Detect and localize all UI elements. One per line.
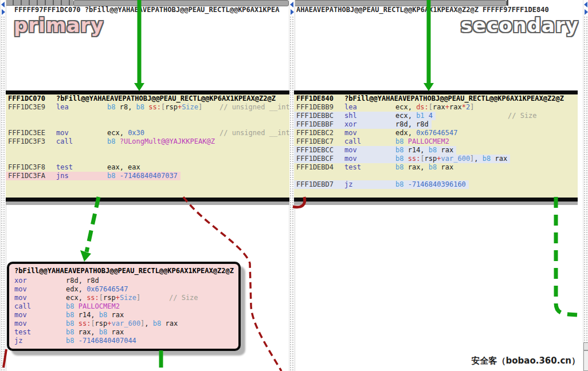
- scroll-right-icon[interactable]: [585, 9, 588, 15]
- operands: b8 r14, b8 rax: [395, 146, 453, 154]
- operands: b8 PALLOCMEM2: [395, 137, 449, 145]
- scroll-strip-buttons[interactable]: [1, 0, 6, 15]
- asm-row[interactable]: FFF1DEBC2movedx, 0x67646547: [294, 129, 460, 137]
- asm-row[interactable]: FFF1DC3EEmovecx, 0x30// unsigned __int3: [6, 129, 147, 137]
- address: FFF1DEBD7: [296, 180, 344, 189]
- asm-blank-row: [6, 189, 11, 198]
- address: FFF1DEBBC: [296, 112, 344, 120]
- block-bar-shadow: [6, 202, 289, 205]
- primary-horizontal-scrollbar[interactable]: [6, 0, 289, 6]
- mnemonic: mov: [14, 319, 66, 328]
- operands: r8d, r8d: [395, 120, 429, 128]
- secondary-disassembly-rows: FFF1DE840?bFill@@YAHAEAVEPATHOBJ@@PEAU_R…: [294, 94, 578, 198]
- operands: b8 ss:[rsp+var_600], b8 rax: [395, 155, 507, 163]
- asm-blank-row: [6, 146, 11, 155]
- mnemonic: call: [14, 302, 66, 311]
- operands: b8 PALLOCMEM2: [66, 302, 120, 310]
- asm-row[interactable]: FFF1DEBC7callb8 PALLOCMEM2: [294, 137, 452, 146]
- operands: ecx, ds:[rax+rax*2]: [395, 103, 474, 111]
- block-bottom-bar: [6, 198, 289, 202]
- asm-blank-row: [6, 120, 11, 129]
- function-name: ?bFill@@YAHAEAVEPATHOBJ@@PEAU_RECTL@@KP6…: [14, 267, 234, 275]
- asm-row[interactable]: FFF1DEBBCshlecx, b1 4// Size: [294, 112, 436, 120]
- scroll-right-icon[interactable]: [291, 9, 294, 15]
- secondary-horizontal-scrollbar[interactable]: [294, 0, 583, 6]
- asm-row[interactable]: FFF1DEBBFxorr8d, r8d: [294, 120, 432, 129]
- address: FFF1DEBC2: [296, 129, 344, 137]
- asm-row[interactable]: movb8 r14, b8 rax: [9, 311, 127, 319]
- asm-row[interactable]: FFF1DC3E9leab8 r8, b8 ss:[rsp+Size]// un…: [6, 103, 205, 112]
- asm-row[interactable]: callb8 PALLOCMEM2: [9, 302, 123, 311]
- asm-row[interactable]: FFF1DC3F3callb8 ?ULongMult@@YAJKKPEAK@Z: [6, 137, 218, 146]
- function-name: ?bFill@@YAHAEAVEPATHOBJ@@PEAU_RECTL@@KP6…: [344, 94, 564, 102]
- mnemonic: shl: [344, 112, 395, 120]
- function-name: ?bFill@@YAHAEAVEPATHOBJ@@PEAU_RECTL@@KP6…: [56, 94, 276, 102]
- asm-row[interactable]: movecx, ss:[rsp+Size]// Size: [9, 294, 143, 302]
- comment: // Size: [169, 294, 198, 302]
- block-bar-shadow: [294, 202, 578, 205]
- asm-header-row[interactable]: FFF1DC070?bFill@@YAHAEAVEPATHOBJ@@PEAU_R…: [6, 94, 279, 103]
- address: FFF1DC3F3: [8, 137, 56, 146]
- mnemonic: jz: [344, 180, 395, 189]
- mnemonic: call: [56, 137, 107, 146]
- secondary-true-branch-edge: [556, 197, 577, 315]
- scroll-left-icon[interactable]: [1, 2, 5, 7]
- operands: b8 -7146840407037: [107, 172, 178, 180]
- operands: b8 r8, b8 ss:[rsp+Size]: [107, 103, 202, 111]
- block-top-bar: [6, 90, 289, 94]
- asm-blank-row: [6, 155, 11, 163]
- mnemonic: test: [344, 163, 395, 172]
- primary-disassembly-rows: FFF1DC070?bFill@@YAHAEAVEPATHOBJ@@PEAU_R…: [6, 94, 289, 198]
- scroll-left-icon[interactable]: [584, 2, 587, 7]
- mnemonic: xor: [344, 120, 395, 129]
- scrollbar-segments[interactable]: [6, 0, 73, 6]
- secondary-basic-block[interactable]: FFF1DE840?bFill@@YAHAEAVEPATHOBJ@@PEAU_R…: [294, 90, 578, 205]
- block-top-bar: [294, 90, 578, 94]
- operands: ecx, 0x30: [107, 129, 144, 137]
- asm-blank-row: [294, 172, 299, 180]
- operands: b8 -7146840407044: [66, 337, 136, 345]
- asm-row[interactable]: FFF1DEBCFmovb8 ss:[rsp+var_600], b8 rax: [294, 155, 510, 163]
- mnemonic: mov: [344, 155, 395, 163]
- asm-row[interactable]: FFF1DEBD4testb8 rax, b8 rax: [294, 163, 456, 172]
- asm-row[interactable]: xorr8d, r8d: [9, 277, 102, 285]
- right-scrollbar-button[interactable]: [583, 342, 588, 350]
- primary-basic-block[interactable]: FFF1DC070?bFill@@YAHAEAVEPATHOBJ@@PEAU_R…: [6, 90, 289, 205]
- scroll-strip-buttons[interactable]: [583, 0, 588, 15]
- asm-row[interactable]: FFF1DEBB9leaecx, ds:[rax+rax*2]: [294, 103, 477, 112]
- mnemonic: mov: [14, 285, 66, 294]
- scroll-strip-buttons[interactable]: [289, 0, 295, 15]
- right-scrollbar-thumb[interactable]: [583, 350, 588, 371]
- scroll-left-icon[interactable]: [290, 2, 293, 7]
- mnemonic: jns: [56, 172, 107, 180]
- asm-blank-row: [6, 112, 11, 120]
- primary-true-branch-arrowhead: [80, 250, 91, 262]
- mnemonic: test: [56, 163, 107, 172]
- scrollbar-tick: [507, 0, 508, 6]
- asm-row[interactable]: movb8 ss:[rsp+var_600], b8 rax: [9, 319, 181, 328]
- asm-row[interactable]: FFF1DEBD7jzb8 -7146840396160: [294, 180, 469, 189]
- address: FFF1DC3E9: [8, 103, 56, 112]
- operands: ecx, b1 4: [395, 112, 433, 120]
- asm-header-row[interactable]: FFF1DE840?bFill@@YAHAEAVEPATHOBJ@@PEAU_R…: [294, 94, 567, 103]
- asm-row[interactable]: FFF1DC3FAjnsb8 -7146840407037: [6, 172, 181, 180]
- asm-header-row[interactable]: ?bFill@@YAHAEAVEPATHOBJ@@PEAU_RECTL@@KP6…: [9, 267, 237, 277]
- asm-row[interactable]: jzb8 -7146840407044: [9, 337, 139, 345]
- asm-row[interactable]: movedx, 0x67646547: [9, 285, 131, 294]
- address: FFF1DC3FA: [8, 172, 56, 180]
- matched-block-popup[interactable]: ?bFill@@YAHAEAVEPATHOBJ@@PEAU_RECTL@@KP6…: [7, 262, 241, 351]
- asm-row[interactable]: testb8 rax, b8 rax: [9, 328, 127, 337]
- asm-row[interactable]: FFF1DC3F8testeax, eax: [6, 163, 143, 172]
- scroll-right-icon[interactable]: [2, 9, 5, 15]
- mnemonic: mov: [14, 294, 66, 302]
- mnemonic: mov: [14, 311, 66, 319]
- comment: // Size: [508, 112, 537, 120]
- primary-true-branch-edge: [87, 197, 99, 252]
- operands: b8 -7146840396160: [395, 180, 466, 188]
- mnemonic: mov: [344, 146, 395, 155]
- operands: edx, 0x67646547: [66, 285, 128, 293]
- operands: edx, 0x67646547: [395, 129, 457, 137]
- secondary-right-scroll-strip[interactable]: [583, 0, 588, 371]
- asm-row[interactable]: FFF1DEBCCmovb8 r14, b8 rax: [294, 146, 456, 155]
- bindiff-flowgraph-view: FFFFF97FFF1DC070 ?bFill@@YAHAEAVEPATHOBJ…: [0, 0, 588, 371]
